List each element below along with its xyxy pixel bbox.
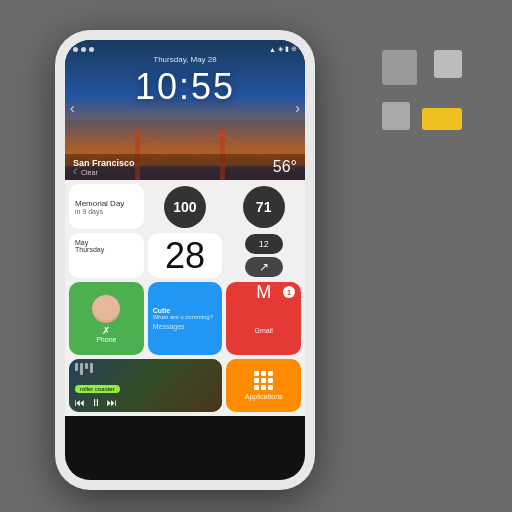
logo-cell-3 (382, 102, 410, 130)
weather-bar: San Francisco ☾ Clear 56° (65, 154, 305, 180)
next-track-button[interactable]: ⏭ (107, 397, 117, 408)
app-dot-9 (268, 385, 273, 390)
circle-100-wrapper: 100 (148, 184, 223, 229)
app-dot-2 (261, 371, 266, 376)
moon-icon: ☾ (73, 168, 79, 176)
weather-condition: ☾ Clear (73, 168, 135, 176)
messages-app-widget[interactable]: Cutie When are u comming? Messages (148, 282, 223, 355)
nav-arrow-left[interactable]: ‹ (70, 100, 75, 116)
nav-arrow-right[interactable]: › (295, 100, 300, 116)
contact-avatar (92, 295, 120, 323)
apps-grid-icon (254, 371, 273, 390)
wifi-icon: ◈ (278, 45, 283, 53)
messages-preview: When are u comming? (153, 314, 218, 320)
day-name-label: Thursday (75, 246, 138, 253)
arrow-icon: ↗ (259, 260, 269, 274)
app-logo (382, 50, 462, 130)
missed-call-icon: ✗ (102, 325, 110, 336)
phone-app-widget[interactable]: ✗ Phone (69, 282, 144, 355)
app-dot-5 (261, 378, 266, 383)
big-date-number: 28 (165, 235, 205, 277)
time-date-display: Thursday, May 28 10:55 (65, 55, 305, 108)
month-label: May (75, 239, 138, 246)
bar3 (85, 363, 88, 369)
applications-label: Applications (245, 393, 283, 400)
circle-widget-71[interactable]: 71 (243, 186, 285, 228)
app-dot-4 (254, 378, 259, 383)
weather-location: San Francisco ☾ Clear (73, 158, 135, 176)
app-dot-7 (254, 385, 259, 390)
music-song-pill: roller coaster (75, 385, 120, 393)
small-circles-widget: 12 ↗ (226, 233, 301, 278)
arrow-circle[interactable]: ↗ (245, 257, 283, 277)
bar4 (90, 363, 93, 373)
circle-71-wrapper: 71 (226, 184, 301, 229)
memorial-line2: in 9 days (75, 208, 138, 215)
status-dot-1 (73, 47, 78, 52)
app-dot-1 (254, 371, 259, 376)
music-widget[interactable]: roller coaster ⏮ ⏸ ⏭ (69, 359, 222, 412)
messages-widget-label: Messages (153, 323, 218, 330)
bar2 (80, 363, 83, 375)
messages-sender: Cutie (153, 307, 218, 314)
status-bar: ▲ ◈ ▮ ⊕ (65, 40, 305, 58)
bar1 (75, 363, 78, 371)
memorial-widget[interactable]: Memorial Day in 9 days (69, 184, 144, 229)
app-dot-6 (268, 378, 273, 383)
play-pause-button[interactable]: ⏸ (91, 397, 101, 408)
phone-mockup: ▲ ◈ ▮ ⊕ Thursday, May 28 10:55 ‹ › (55, 30, 315, 490)
city-name: San Francisco (73, 158, 135, 168)
avatar-face (92, 295, 120, 323)
logo-cell-2 (434, 50, 462, 78)
applications-widget[interactable]: Applications (226, 359, 301, 412)
battery-icon: ▮ (285, 45, 289, 53)
memorial-line1: Memorial Day (75, 199, 138, 208)
phone-screen: ▲ ◈ ▮ ⊕ Thursday, May 28 10:55 ‹ › (65, 40, 305, 480)
app-dot-8 (261, 385, 266, 390)
widgets-grid: Memorial Day in 9 days 100 71 May (65, 180, 305, 416)
gmail-app-widget[interactable]: 1 M Gmail (226, 282, 301, 355)
temperature-display: 56° (273, 158, 297, 176)
status-dot-2 (81, 47, 86, 52)
status-right-icons: ▲ ◈ ▮ ⊕ (269, 45, 297, 53)
date-text-widget[interactable]: May Thursday (69, 233, 144, 278)
small-circle-12[interactable]: 12 (245, 234, 283, 254)
big-date-widget[interactable]: 28 (148, 233, 223, 278)
logo-cell-1 (382, 50, 417, 85)
logo-cell-4 (422, 108, 462, 130)
phone-widget-label: Phone (96, 336, 116, 343)
status-left-icons (73, 47, 94, 52)
signal-icon: ▲ (269, 46, 276, 53)
music-controls: ⏮ ⏸ ⏭ (75, 397, 216, 408)
hero-widget: ▲ ◈ ▮ ⊕ Thursday, May 28 10:55 ‹ › (65, 40, 305, 180)
gmail-icon: M (256, 282, 271, 303)
gmail-badge: 1 (283, 286, 295, 298)
music-content: roller coaster ⏮ ⏸ ⏭ (75, 363, 216, 408)
settings-icon: ⊕ (291, 45, 297, 53)
time-display: 10:55 (65, 66, 305, 108)
circle-100-number: 100 (173, 199, 196, 215)
music-bars (75, 363, 216, 375)
status-dot-3 (89, 47, 94, 52)
circle-widget-100[interactable]: 100 (164, 186, 206, 228)
app-dot-3 (268, 371, 273, 376)
prev-track-button[interactable]: ⏮ (75, 397, 85, 408)
circle-71-number: 71 (256, 199, 272, 215)
gmail-widget-label: Gmail (255, 305, 273, 355)
